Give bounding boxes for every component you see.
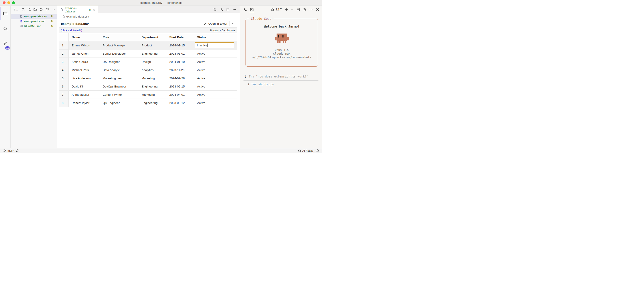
table-cell[interactable]: 2024-04-01 bbox=[166, 91, 194, 99]
table-cell[interactable]: 2023-09-12 bbox=[166, 99, 194, 107]
table-cell[interactable]: Lisa Anderson bbox=[69, 74, 100, 82]
table-cell[interactable]: Marketing bbox=[139, 91, 166, 99]
bell-icon[interactable] bbox=[316, 149, 319, 152]
book-icon bbox=[20, 24, 23, 27]
split-editor-icon[interactable] bbox=[226, 8, 230, 11]
table-cell[interactable]: Design bbox=[139, 58, 166, 66]
column-header[interactable]: Role bbox=[100, 33, 139, 41]
explorer-sidebar: E… example-data.csv U example-doc.md U bbox=[11, 6, 57, 148]
table-cell[interactable]: UX Designer bbox=[100, 58, 139, 66]
open-in-excel-button[interactable]: Open in Excel bbox=[204, 22, 227, 25]
breadcrumb-item[interactable]: example-data.csv bbox=[66, 15, 89, 18]
table-row: 5Lisa AndersonMarketing LeadMarketing202… bbox=[59, 74, 237, 82]
table-cell[interactable]: 2024-02-28 bbox=[166, 74, 194, 82]
split-horizontal-icon[interactable] bbox=[296, 8, 300, 11]
column-header[interactable]: Start Date bbox=[166, 33, 194, 41]
new-file-icon[interactable] bbox=[27, 8, 31, 11]
close-icon[interactable] bbox=[92, 8, 96, 11]
cell-editor[interactable]: Inactive bbox=[195, 42, 234, 48]
table-cell[interactable]: Inactive bbox=[194, 41, 237, 49]
terminal-icon[interactable] bbox=[250, 8, 254, 11]
table-cell[interactable]: 2023-06-15 bbox=[166, 82, 194, 91]
ellipsis-icon[interactable] bbox=[232, 8, 236, 11]
table-cell[interactable]: Product Manager bbox=[100, 41, 139, 49]
table-cell[interactable]: Active bbox=[194, 82, 237, 91]
git-status-badge: U bbox=[51, 15, 53, 18]
status-bar: main* AI Ready bbox=[0, 148, 322, 153]
table-cell[interactable]: Senior Developer bbox=[100, 49, 139, 58]
table-cell[interactable]: Marketing bbox=[139, 74, 166, 82]
table-cell[interactable]: Active bbox=[194, 91, 237, 99]
git-status-badge: U bbox=[51, 24, 53, 27]
ai-ready-status[interactable]: AI Ready bbox=[298, 149, 313, 153]
table-cell[interactable]: 2023-11-20 bbox=[166, 66, 194, 74]
csv-dimensions: 8 rows × 5 columns bbox=[210, 29, 235, 32]
csv-viewer: example-data.csv Open in Excel (click ce… bbox=[57, 19, 240, 148]
table-cell[interactable]: 2024-01-10 bbox=[166, 58, 194, 66]
activity-search[interactable] bbox=[0, 23, 10, 34]
table-row: 6David KimDevOps EngineerEngineering2023… bbox=[59, 82, 237, 91]
column-header[interactable]: Status bbox=[194, 33, 237, 41]
column-header[interactable]: Name bbox=[69, 33, 100, 41]
welcome-message: Welcome back Jarmo! bbox=[246, 25, 318, 28]
sparkle-icon[interactable] bbox=[220, 8, 223, 11]
collapse-all-icon[interactable] bbox=[45, 8, 49, 11]
file-item-example-data-csv[interactable]: example-data.csv U bbox=[11, 14, 57, 19]
markdown-file-icon bbox=[20, 19, 23, 23]
sync-icon[interactable] bbox=[16, 149, 19, 152]
table-cell[interactable]: Anna Mueller bbox=[69, 91, 100, 99]
tab-label: example-data.csv bbox=[65, 6, 87, 13]
model-name: Opus 4.5 bbox=[246, 48, 318, 52]
prompt-input[interactable]: ❯ Try "how does extension.ts work?" bbox=[240, 72, 322, 80]
git-branch-status[interactable]: main* bbox=[3, 149, 19, 152]
row-number: 7 bbox=[59, 91, 69, 99]
chevron-down-icon[interactable] bbox=[291, 8, 294, 11]
table-cell[interactable]: QA Engineer bbox=[100, 99, 139, 107]
chevron-down-icon[interactable] bbox=[232, 22, 235, 25]
table-cell[interactable]: Sofia Garcia bbox=[69, 58, 100, 66]
table-cell[interactable]: Active bbox=[194, 74, 237, 82]
table-cell[interactable]: DevOps Engineer bbox=[100, 82, 139, 91]
table-cell[interactable]: James Chen bbox=[69, 49, 100, 58]
sparkle-icon[interactable] bbox=[243, 8, 247, 11]
row-number: 1 bbox=[59, 41, 69, 49]
table-cell[interactable]: Robert Taylor bbox=[69, 99, 100, 107]
table-cell[interactable]: Active bbox=[194, 58, 237, 66]
edit-hint-link[interactable]: (click cell to edit) bbox=[61, 29, 82, 32]
git-compare-icon[interactable] bbox=[213, 8, 217, 11]
tab-example-data-csv[interactable]: example-data.csv U bbox=[57, 6, 98, 13]
table-cell[interactable]: Engineering bbox=[139, 82, 166, 91]
close-icon[interactable] bbox=[316, 8, 319, 11]
plus-icon[interactable] bbox=[285, 8, 288, 11]
ellipsis-icon[interactable] bbox=[51, 8, 55, 11]
table-cell[interactable]: Product bbox=[139, 41, 166, 49]
claude-terminal-body: Claude Code Welcome back Jarmo! bbox=[240, 13, 322, 148]
table-cell[interactable]: Content Writer bbox=[100, 91, 139, 99]
file-item-example-doc-md[interactable]: example-doc.md U bbox=[11, 19, 57, 23]
new-folder-icon[interactable] bbox=[33, 8, 37, 11]
table-cell[interactable]: Active bbox=[194, 99, 237, 107]
activity-source-control[interactable]: 38 bbox=[0, 39, 10, 49]
table-cell[interactable]: Emma Wilson bbox=[69, 41, 100, 49]
ellipsis-icon[interactable] bbox=[309, 8, 313, 11]
claude-welcome-box: Claude Code Welcome back Jarmo! bbox=[246, 19, 318, 67]
table-cell[interactable]: Analytics bbox=[139, 66, 166, 74]
activity-explorer[interactable] bbox=[0, 8, 10, 19]
search-icon[interactable] bbox=[21, 8, 25, 11]
table-cell[interactable]: Michael Park bbox=[69, 66, 100, 74]
table-cell[interactable]: Engineering bbox=[139, 49, 166, 58]
table-cell[interactable]: David Kim bbox=[69, 82, 100, 91]
table-cell[interactable]: 2023-08-01 bbox=[166, 49, 194, 58]
table-cell[interactable]: Marketing Lead bbox=[100, 74, 139, 82]
table-cell[interactable]: 2024-03-15 bbox=[166, 41, 194, 49]
table-cell[interactable]: Active bbox=[194, 66, 237, 74]
table-cell[interactable]: Engineering bbox=[139, 99, 166, 107]
trash-icon[interactable] bbox=[303, 8, 306, 11]
breadcrumb[interactable]: example-data.csv bbox=[57, 13, 240, 19]
table-cell[interactable]: Data Analyst bbox=[100, 66, 139, 74]
window-title: example-data.csv — screenshots bbox=[0, 1, 322, 4]
column-header[interactable]: Department bbox=[139, 33, 166, 41]
refresh-icon[interactable] bbox=[39, 8, 43, 11]
table-cell[interactable]: Active bbox=[194, 49, 237, 58]
file-item-readme-md[interactable]: README.md U bbox=[11, 23, 57, 28]
